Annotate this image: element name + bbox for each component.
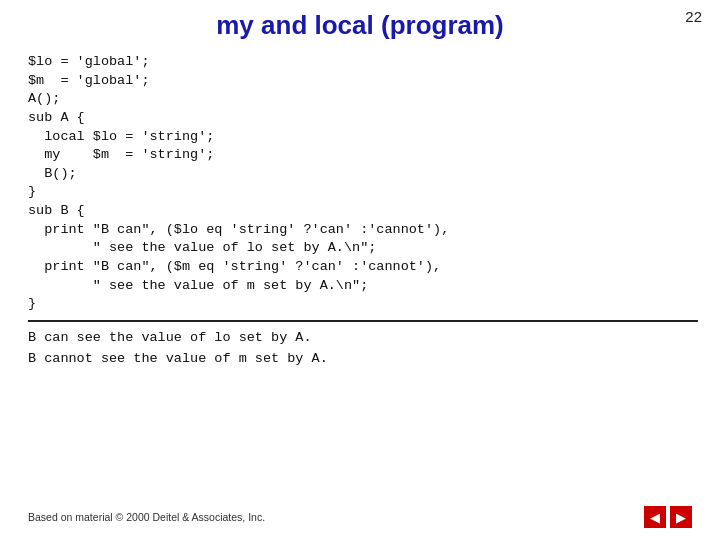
divider xyxy=(28,320,698,322)
slide-title: my and local (program) xyxy=(0,10,720,41)
prev-arrow-icon: ◀ xyxy=(650,511,660,524)
prev-button[interactable]: ◀ xyxy=(644,506,666,528)
footer-text: Based on material © 2000 Deitel & Associ… xyxy=(28,511,644,523)
next-button[interactable]: ▶ xyxy=(670,506,692,528)
output-block: B can see the value of lo set by A. B ca… xyxy=(28,328,720,370)
code-block: $lo = 'global'; $m = 'global'; A(); sub … xyxy=(28,53,710,314)
next-arrow-icon: ▶ xyxy=(676,511,686,524)
page-number: 22 xyxy=(685,8,702,25)
